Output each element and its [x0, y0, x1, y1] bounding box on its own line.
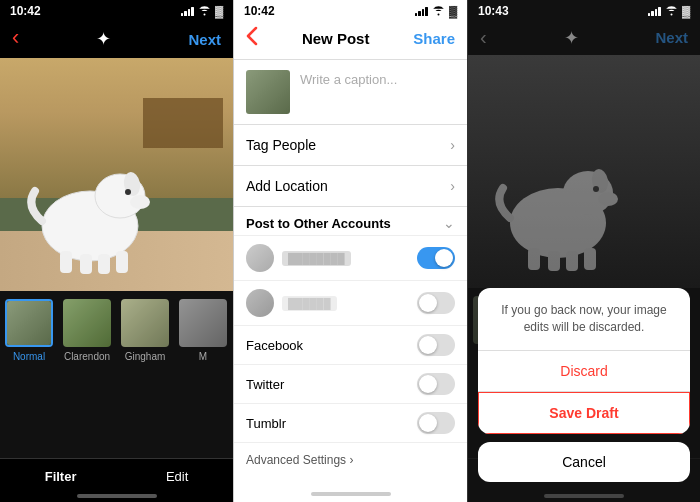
twitter-label: Twitter: [246, 377, 284, 392]
bottom-tabs-1: Filter Edit: [0, 458, 233, 490]
section-chevron: ⌄: [443, 215, 455, 231]
time-2: 10:42: [244, 4, 275, 18]
home-indicator-2: [311, 492, 391, 496]
battery-icon-1: ▓: [215, 5, 223, 17]
status-icons-3: ▓: [648, 5, 690, 17]
nav-bar-2: New Post Share: [234, 22, 467, 60]
svg-point-13: [593, 186, 599, 192]
add-location-label: Add Location: [246, 178, 328, 194]
svg-point-4: [125, 189, 131, 195]
svg-rect-6: [80, 254, 92, 274]
twitter-toggle[interactable]: [417, 373, 455, 395]
home-indicator-1: [77, 494, 157, 498]
account-avatar-1: [246, 244, 274, 272]
signal-icon-1: [181, 6, 194, 16]
filter-clarendon[interactable]: Clarendon: [58, 299, 116, 450]
tab-edit[interactable]: Edit: [166, 469, 188, 484]
account-toggle-1: ████████: [234, 236, 467, 281]
signal-icon-3: [648, 6, 661, 16]
filter-label-m: M: [199, 351, 207, 362]
tumblr-toggle-knob: [419, 414, 437, 432]
status-icons-1: ▓: [181, 5, 223, 17]
time-3: 10:43: [478, 4, 509, 18]
twitter-row: Twitter: [234, 365, 467, 404]
caption-input[interactable]: Write a caption...: [300, 70, 455, 114]
status-bar-2: 10:42 ▓: [234, 0, 467, 22]
share-button[interactable]: Share: [413, 30, 455, 47]
tumblr-toggle[interactable]: [417, 412, 455, 434]
dog-figure-1: [20, 126, 160, 276]
filter-label-normal: Normal: [13, 351, 45, 362]
filter-label-gingham: Gingham: [125, 351, 166, 362]
account-avatar-2: [246, 289, 274, 317]
cancel-button[interactable]: Cancel: [478, 442, 690, 482]
filter-label-clarendon: Clarendon: [64, 351, 110, 362]
account-username-1: ████████: [282, 251, 351, 266]
status-bar-3: 10:43 ▓: [468, 0, 700, 22]
back-button-3[interactable]: ‹: [480, 26, 487, 49]
svg-rect-5: [60, 251, 72, 273]
save-draft-button[interactable]: Save Draft: [478, 392, 690, 434]
account-toggle-switch-1[interactable]: [417, 247, 455, 269]
account-toggle-switch-2[interactable]: [417, 292, 455, 314]
filter-strip: Normal Clarendon Gingham M: [0, 291, 233, 458]
status-icons-2: ▓: [415, 5, 457, 17]
filter-thumb-m: [179, 299, 227, 347]
account-toggle-left-2: ██████: [246, 289, 337, 317]
add-location-chevron: ›: [450, 178, 455, 194]
tumblr-label: Tumblr: [246, 416, 286, 431]
toggle-knob-2: [419, 294, 437, 312]
signal-icon-2: [415, 6, 428, 16]
tag-people-chevron: ›: [450, 137, 455, 153]
discard-button[interactable]: Discard: [478, 351, 690, 392]
section-header: Post to Other Accounts: [246, 216, 391, 231]
svg-point-12: [598, 192, 618, 206]
filter-thumb-normal: [5, 299, 53, 347]
post-to-other-accounts-row: Post to Other Accounts ⌄: [234, 207, 467, 236]
cancel-dialog-box: Cancel: [478, 442, 690, 482]
battery-icon-2: ▓: [449, 5, 457, 17]
panel-new-post: 10:42 ▓ New Post Share Write a: [233, 0, 467, 502]
add-location-row[interactable]: Add Location ›: [234, 166, 467, 207]
facebook-toggle[interactable]: [417, 334, 455, 356]
tab-filter[interactable]: Filter: [45, 469, 77, 484]
tumblr-row: Tumblr: [234, 404, 467, 443]
back-button-2[interactable]: [246, 26, 258, 51]
panel-filter-edit: 10:42 ▓ › ✦ Next: [0, 0, 233, 502]
filter-m[interactable]: M: [174, 299, 232, 450]
next-button-1[interactable]: Next: [188, 31, 221, 48]
dialog-overlay: If you go back now, your image edits wil…: [468, 242, 700, 502]
twitter-toggle-knob: [419, 375, 437, 393]
edit-icon-3[interactable]: ✦: [564, 27, 579, 49]
svg-rect-8: [116, 251, 128, 273]
back-button-1[interactable]: ›: [12, 26, 19, 52]
filter-gingham[interactable]: Gingham: [116, 299, 174, 450]
filter-thumb-clarendon: [63, 299, 111, 347]
wifi-icon-2: [432, 6, 445, 16]
panel-save-draft: 10:43 ▓ ‹ ✦ Next: [467, 0, 700, 502]
wifi-icon-1: [198, 6, 211, 16]
caption-row: Write a caption...: [234, 60, 467, 125]
svg-point-3: [130, 195, 150, 209]
nav-bar-1: › ✦ Next: [0, 22, 233, 58]
facebook-row: Facebook: [234, 326, 467, 365]
account-username-2: ██████: [282, 296, 337, 311]
caption-thumbnail: [246, 70, 290, 114]
svg-rect-7: [98, 254, 110, 274]
battery-icon-3: ▓: [682, 5, 690, 17]
main-photo-1: [0, 58, 233, 291]
next-button-3[interactable]: Next: [655, 29, 688, 46]
account-toggle-2: ██████: [234, 281, 467, 326]
time-1: 10:42: [10, 4, 41, 18]
dialog-message: If you go back now, your image edits wil…: [478, 288, 690, 351]
facebook-label: Facebook: [246, 338, 303, 353]
edit-icon-1[interactable]: ✦: [96, 28, 111, 50]
save-draft-dialog: If you go back now, your image edits wil…: [478, 288, 690, 434]
advanced-settings-link[interactable]: Advanced Settings ›: [234, 443, 467, 477]
tag-people-label: Tag People: [246, 137, 316, 153]
filter-normal[interactable]: Normal: [0, 299, 58, 450]
filter-thumb-gingham: [121, 299, 169, 347]
wifi-icon-3: [665, 6, 678, 16]
tag-people-row[interactable]: Tag People ›: [234, 125, 467, 166]
account-toggle-left-1: ████████: [246, 244, 351, 272]
